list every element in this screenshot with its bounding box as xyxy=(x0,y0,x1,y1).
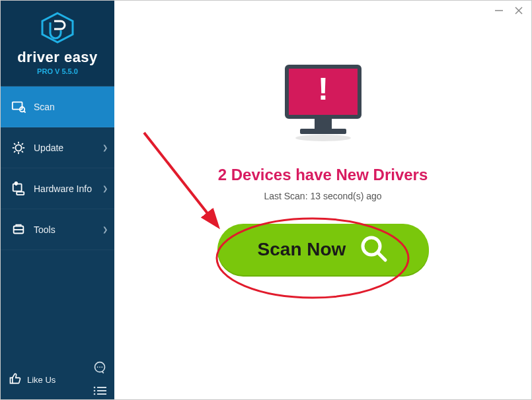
like-us-button[interactable]: Like Us xyxy=(9,372,56,387)
monitor-alert-icon: ! xyxy=(274,60,373,146)
scan-now-button[interactable]: Scan Now xyxy=(217,224,429,275)
chevron-right-icon: ❯ xyxy=(102,144,108,151)
app-name: driver easy xyxy=(17,49,98,66)
sidebar-item-label: Tools xyxy=(34,224,56,235)
svg-point-26 xyxy=(94,387,96,389)
scan-now-label: Scan Now xyxy=(258,239,346,260)
svg-point-24 xyxy=(99,366,100,368)
svg-line-12 xyxy=(14,143,15,145)
svg-rect-35 xyxy=(315,117,332,129)
svg-line-13 xyxy=(22,150,23,152)
svg-line-15 xyxy=(22,143,23,145)
svg-point-28 xyxy=(94,390,96,392)
svg-line-14 xyxy=(14,150,15,152)
svg-rect-4 xyxy=(13,102,22,109)
update-icon xyxy=(10,139,27,156)
sidebar-item-scan[interactable]: Scan xyxy=(1,86,114,127)
status-heading: 2 Devices have New Drivers xyxy=(218,166,428,184)
thumbs-up-icon xyxy=(9,372,22,387)
sidebar: driver easy PRO V 5.5.0 Scan xyxy=(1,1,114,399)
svg-rect-16 xyxy=(13,183,22,191)
hardware-icon: i xyxy=(10,180,27,197)
chevron-right-icon: ❯ xyxy=(102,226,108,233)
footer-icons xyxy=(93,361,106,398)
chevron-right-icon: ❯ xyxy=(102,185,108,192)
svg-rect-36 xyxy=(300,129,346,134)
tools-icon xyxy=(10,221,27,238)
feedback-icon[interactable] xyxy=(93,361,106,377)
sidebar-nav: Scan Update ❯ i xyxy=(1,86,114,360)
last-scan-text: Last Scan: 13 second(s) ago xyxy=(264,191,381,201)
svg-line-39 xyxy=(378,253,385,260)
annotation-arrow xyxy=(137,126,237,245)
scan-icon xyxy=(10,98,27,116)
like-us-label: Like Us xyxy=(27,375,56,385)
sidebar-footer: Like Us xyxy=(1,360,114,399)
sidebar-item-label: Hardware Info xyxy=(34,183,92,194)
svg-point-23 xyxy=(97,366,98,368)
menu-icon[interactable] xyxy=(93,386,106,398)
svg-line-6 xyxy=(24,111,25,112)
app-version: PRO V 5.5.0 xyxy=(37,67,78,75)
svg-point-30 xyxy=(94,393,96,395)
sidebar-item-hardware-info[interactable]: i Hardware Info ❯ xyxy=(1,168,114,209)
search-icon xyxy=(359,234,388,265)
main-content: ! 2 Devices have New Drivers Last Scan: … xyxy=(114,1,531,399)
svg-line-41 xyxy=(144,133,217,225)
svg-rect-17 xyxy=(17,191,24,195)
svg-point-37 xyxy=(295,135,351,141)
logo-icon xyxy=(40,12,75,46)
svg-point-7 xyxy=(15,145,21,150)
svg-text:i: i xyxy=(16,182,17,185)
sidebar-item-update[interactable]: Update ❯ xyxy=(1,127,114,168)
sidebar-item-label: Update xyxy=(34,143,63,153)
sidebar-item-label: Scan xyxy=(34,102,55,112)
logo-area: driver easy PRO V 5.5.0 xyxy=(1,1,114,86)
svg-text:!: ! xyxy=(318,71,328,106)
sidebar-item-tools[interactable]: Tools ❯ xyxy=(1,209,114,250)
svg-point-25 xyxy=(102,366,103,368)
